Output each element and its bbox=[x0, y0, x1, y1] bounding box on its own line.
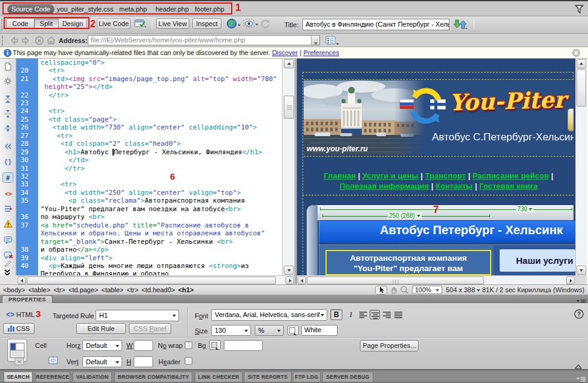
code-scroll-right-icon[interactable] bbox=[286, 277, 294, 284]
results-tab-ftp-log[interactable]: FTP LOG bbox=[293, 372, 321, 382]
site-header-image[interactable]: You-Piter Автобус С.Петербург-Хельсинки … bbox=[304, 80, 573, 155]
discover-link[interactable]: Discover bbox=[272, 49, 298, 56]
promo-cell[interactable]: Автотранспортная компания "You-Piter" пр… bbox=[319, 245, 494, 275]
height-input[interactable] bbox=[134, 356, 153, 367]
filter-related-files-icon[interactable] bbox=[575, 4, 584, 16]
bg-color-input[interactable] bbox=[224, 340, 263, 351]
results-tab-validation[interactable]: VALIDATION bbox=[73, 372, 112, 382]
site-menu-link[interactable]: Полезная информация bbox=[339, 182, 429, 191]
design-scroll-up-icon[interactable] bbox=[577, 59, 586, 68]
results-tab-link-checker[interactable]: LINK CHECKER bbox=[195, 372, 243, 382]
select-tool-icon[interactable] bbox=[375, 286, 386, 294]
highlight-invalid-code-icon[interactable]: <> bbox=[4, 189, 13, 199]
design-horizontal-scrollbar[interactable] bbox=[297, 275, 575, 284]
table-width-bar-outer[interactable] bbox=[320, 209, 572, 210]
page-heading-cell[interactable]: Автобус Петербург - Хельсинк bbox=[319, 220, 575, 243]
hand-tool-icon[interactable] bbox=[389, 286, 400, 294]
open-documents-icon[interactable] bbox=[4, 62, 13, 72]
design-vscroll-thumb[interactable] bbox=[577, 69, 586, 106]
balance-braces-icon[interactable]: {} bbox=[4, 157, 13, 167]
results-tab-browser-compatibility[interactable]: BROWSER COMPATIBILITY bbox=[114, 372, 192, 382]
html-mode-button[interactable]: <> HTML bbox=[6, 310, 34, 319]
live-code-button[interactable]: Live Code bbox=[97, 18, 131, 29]
italic-button[interactable]: I bbox=[345, 310, 356, 321]
toolbar-grip[interactable] bbox=[1, 19, 2, 31]
tag-selector-item[interactable]: <tr> bbox=[126, 286, 139, 293]
results-tab-reference[interactable]: REFERENCE bbox=[35, 372, 70, 382]
code-navigator-icon[interactable] bbox=[4, 77, 13, 87]
select-parent-tag-icon[interactable] bbox=[4, 142, 13, 152]
design-view[interactable]: You-Piter Автобус С.Петербург-Хельсинки … bbox=[297, 59, 575, 275]
table-width-column-label[interactable]: 250 (288) bbox=[388, 212, 422, 219]
site-menu-link[interactable]: Главная bbox=[324, 171, 356, 180]
results-tab-site-reports[interactable]: SITE REPORTS bbox=[244, 372, 292, 382]
size-dropdown[interactable]: 130 bbox=[211, 325, 251, 336]
address-dropdown-icon[interactable] bbox=[311, 36, 319, 45]
apply-comment-icon[interactable] bbox=[4, 236, 13, 246]
size-unit-dropdown[interactable]: % bbox=[255, 325, 284, 336]
targeted-rule-dropdown[interactable]: H1 bbox=[96, 310, 179, 321]
address-input[interactable]: file:///E|/WebServers/home/you-piter/www… bbox=[88, 35, 320, 45]
code-scroll-down-icon[interactable] bbox=[284, 266, 294, 275]
results-tab-server-debug[interactable]: SERVER DEBUG bbox=[322, 372, 373, 382]
code-scroll-up-icon[interactable] bbox=[284, 59, 294, 68]
close-info-bar-icon[interactable] bbox=[572, 49, 580, 58]
design-scroll-down-icon[interactable] bbox=[577, 266, 586, 275]
results-panel-menu-icon[interactable] bbox=[577, 374, 586, 383]
horz-dropdown[interactable]: Default bbox=[82, 340, 122, 351]
tag-selector-item[interactable]: <h1> bbox=[178, 286, 194, 293]
align-right-icon[interactable] bbox=[382, 310, 392, 319]
site-menu-link[interactable]: Расписание рейсов bbox=[472, 171, 549, 180]
collapse-selection-icon[interactable] bbox=[4, 110, 13, 119]
code-vertical-scrollbar[interactable] bbox=[282, 59, 295, 275]
tag-selector-item[interactable]: <table> bbox=[28, 286, 51, 293]
site-menu-link[interactable]: Контакты bbox=[436, 182, 472, 191]
tag-selector-item[interactable]: <body> bbox=[3, 286, 25, 293]
bold-button[interactable]: B bbox=[330, 309, 342, 320]
align-center-icon[interactable] bbox=[370, 310, 380, 319]
text-color-input[interactable]: White bbox=[301, 325, 338, 336]
services-cell[interactable]: Наши услуги bbox=[494, 245, 575, 275]
page-properties-button[interactable]: Page Properties... bbox=[360, 340, 419, 352]
width-input[interactable] bbox=[134, 340, 153, 351]
code-vscroll-thumb[interactable] bbox=[284, 96, 294, 119]
window-size-dropdown[interactable]: 504 x 388 bbox=[446, 286, 480, 293]
properties-tab[interactable]: PROPERTIES bbox=[2, 295, 53, 303]
syntax-error-alerts-icon[interactable] bbox=[4, 205, 13, 214]
design-scroll-left-icon[interactable] bbox=[298, 277, 306, 284]
nowrap-checkbox[interactable] bbox=[185, 341, 192, 349]
zoom-level-dropdown[interactable]: 100% bbox=[412, 286, 442, 294]
inspect-button[interactable]: Inspect bbox=[192, 18, 221, 29]
code-scroll-left-icon[interactable] bbox=[18, 277, 26, 284]
visual-aids-eye-icon[interactable] bbox=[243, 19, 260, 31]
header-checkbox[interactable] bbox=[185, 357, 192, 365]
code-hscroll-thumb[interactable] bbox=[27, 277, 276, 284]
live-view-button[interactable]: Live View bbox=[156, 18, 189, 29]
design-vertical-scrollbar[interactable] bbox=[575, 59, 587, 275]
table-width-outer-label[interactable]: 730 bbox=[516, 206, 534, 212]
css-mode-button[interactable]: CSS bbox=[3, 323, 34, 334]
design-hscroll-thumb[interactable] bbox=[307, 277, 484, 284]
site-menu-link[interactable]: Транспорт bbox=[425, 171, 466, 180]
site-menu-link[interactable]: Услуги и цены bbox=[362, 171, 419, 180]
vert-dropdown[interactable]: Default bbox=[82, 356, 122, 367]
zoom-tool-icon[interactable] bbox=[400, 286, 411, 294]
font-dropdown[interactable]: Verdana, Arial, Helvetica, sans-serif bbox=[211, 309, 327, 321]
align-justify-icon[interactable] bbox=[393, 310, 403, 319]
view-options-icon[interactable] bbox=[325, 36, 340, 48]
warning-icon[interactable] bbox=[4, 220, 13, 229]
tag-selector-item[interactable]: <td.page> bbox=[68, 286, 99, 293]
tag-selector-item[interactable]: <tr> bbox=[53, 286, 65, 293]
check-browser-compatibility-icon[interactable] bbox=[134, 19, 148, 31]
line-numbers-icon[interactable]: # bbox=[2, 172, 12, 182]
title-input[interactable]: Автобус в Финляндию (Санкт Петербург - Х… bbox=[302, 19, 449, 30]
bg-color-picker[interactable] bbox=[209, 340, 221, 350]
home-icon[interactable] bbox=[46, 36, 56, 48]
results-tab-search[interactable]: SEARCH bbox=[4, 372, 33, 382]
tag-selector-item[interactable]: <table> bbox=[102, 286, 124, 293]
align-left-icon[interactable] bbox=[358, 310, 368, 319]
stop-icon[interactable] bbox=[34, 36, 44, 48]
tag-selector-item[interactable]: <td.head0> bbox=[142, 286, 175, 293]
expand-all-icon[interactable] bbox=[4, 124, 13, 134]
code-editor[interactable]: <table width="780" border="0" align="cen… bbox=[38, 59, 282, 275]
